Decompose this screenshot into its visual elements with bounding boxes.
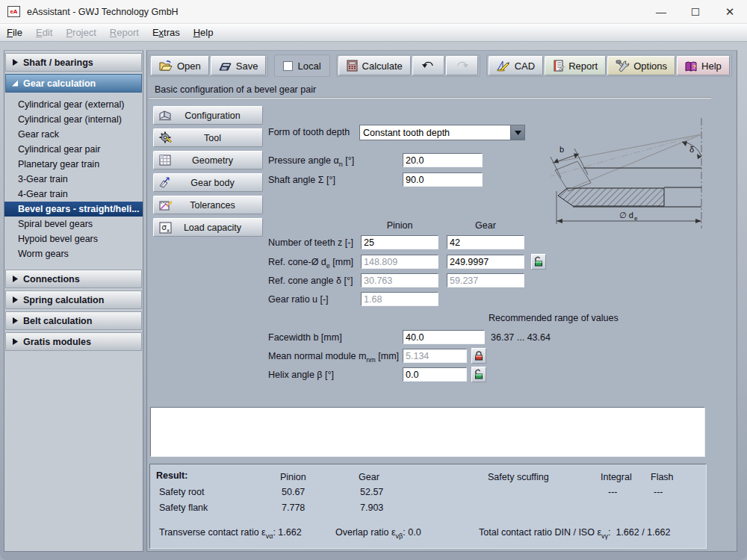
- scuffing-integral-value: ---: [608, 487, 618, 497]
- result-pinion-header: Pinion: [280, 472, 306, 482]
- safety-root-label: Safety root: [159, 487, 204, 497]
- sidebar-item-cylindrical-gear-external[interactable]: Cylindrical gear (external): [4, 97, 143, 112]
- helix-angle-input[interactable]: [403, 367, 467, 382]
- save-button[interactable]: Save: [211, 56, 267, 75]
- safety-flank-pinion-value: 7.778: [282, 503, 305, 513]
- sidebar-item-worm-gears[interactable]: Worm gears: [4, 246, 143, 261]
- sidebar-item-hypoid-bevel-gears[interactable]: Hypoid bevel gears: [4, 231, 143, 246]
- locked-icon: [474, 351, 483, 361]
- mean-module-lock-button[interactable]: [471, 348, 486, 364]
- integral-header: Integral: [601, 472, 632, 482]
- load-capacity-icon: σx: [157, 221, 173, 234]
- mean-module-label: Mean normal module mnm [mm]: [268, 351, 399, 364]
- transverse-contact-ratio: Transverse contact ratio εvα: 1.662: [159, 527, 302, 540]
- geometry-button[interactable]: Geometry: [153, 151, 263, 169]
- options-button[interactable]: Options: [607, 56, 675, 75]
- result-title: Result:: [156, 470, 187, 481]
- menu-extras[interactable]: Extras: [146, 25, 187, 40]
- close-button[interactable]: ✕: [713, 0, 747, 24]
- menu-project: Project: [59, 25, 102, 40]
- section-header: Basic configuration of a bevel gear pair: [149, 82, 711, 99]
- pressure-angle-label: Pressure angle αn [°]: [268, 155, 354, 168]
- redo-icon: [456, 61, 468, 70]
- gear-ratio-input: [361, 292, 438, 306]
- sidebar-section-connections[interactable]: Connections: [5, 270, 142, 288]
- app-icon: eA: [7, 6, 20, 17]
- shaft-angle-label: Shaft angle Σ [°]: [268, 175, 335, 185]
- cad-icon: [497, 60, 510, 72]
- cad-button[interactable]: CAD: [489, 56, 543, 75]
- configuration-icon: [157, 109, 173, 122]
- sidebar-item-3-gear-train[interactable]: 3-Gear train: [4, 172, 143, 187]
- sidebar-item-gear-rack[interactable]: Gear rack: [4, 127, 143, 142]
- toolbar: Open Save Local: [149, 54, 734, 78]
- chevron-right-icon: [12, 317, 18, 324]
- sidebar-item-cylindrical-gear-pair[interactable]: Cylindrical gear pair: [4, 142, 143, 157]
- sidebar-item-planetary-gear-train[interactable]: Planetary gear train: [4, 157, 143, 172]
- options-tools-icon: [616, 60, 629, 72]
- open-folder-icon: [159, 60, 173, 72]
- application-window: eA eAssistant - GWJ Technology GmbH — ☐ …: [0, 0, 747, 560]
- facewidth-label: Facewidth b [mm]: [268, 332, 342, 343]
- cone-diameter-lock-button[interactable]: [531, 254, 546, 270]
- local-checkbox[interactable]: [283, 61, 293, 71]
- tool-button[interactable]: Tool: [153, 128, 263, 147]
- maximize-button[interactable]: ☐: [678, 0, 713, 24]
- tooth-depth-label: Form of tooth depth: [268, 127, 350, 137]
- gear-body-icon: [157, 176, 173, 190]
- diagram-de-label: ∅ d: [619, 211, 633, 220]
- shaft-angle-input[interactable]: [403, 172, 483, 187]
- mean-module-input: [403, 349, 467, 363]
- sidebar-item-4-gear-train[interactable]: 4-Gear train: [4, 187, 143, 202]
- undo-button[interactable]: [412, 56, 444, 75]
- sidebar-section-shaft-bearings[interactable]: Shaft / bearings: [5, 53, 142, 72]
- facewidth-range-value: 36.37 ... 43.64: [491, 332, 551, 343]
- sidebar-section-belt-calculation[interactable]: Belt calculation: [5, 311, 142, 330]
- cone-diameter-gear-input[interactable]: [447, 255, 524, 269]
- undo-icon: [422, 61, 435, 70]
- gear-body-button[interactable]: Gear body: [153, 173, 263, 192]
- tool-icon: [157, 131, 173, 145]
- sidebar-item-bevel-gears[interactable]: Bevel gears - straight/heli...: [4, 202, 143, 217]
- pressure-angle-input[interactable]: [403, 153, 483, 167]
- calculate-button[interactable]: Calculate: [338, 56, 411, 75]
- title-bar: eA eAssistant - GWJ Technology GmbH — ☐ …: [0, 0, 747, 24]
- diagram-b-label: b: [560, 145, 564, 154]
- svg-text:?: ?: [692, 63, 696, 69]
- svg-text:x: x: [167, 228, 170, 234]
- recommended-range-label: Recommended range of values: [489, 313, 619, 323]
- sidebar-item-cylindrical-gear-internal[interactable]: Cylindrical gear (internal): [4, 112, 143, 127]
- calculator-icon: [347, 60, 358, 72]
- chevron-right-icon: [12, 276, 18, 282]
- dropdown-arrow-icon[interactable]: [510, 125, 524, 140]
- sidebar-section-spring-calculation[interactable]: Spring calculation: [5, 290, 142, 309]
- sidebar-section-gear-calculation[interactable]: Gear calculation: [5, 74, 142, 93]
- main-panel: Open Save Local: [146, 50, 737, 552]
- facewidth-input[interactable]: [403, 330, 485, 344]
- report-icon: [553, 60, 564, 72]
- helix-angle-lock-button[interactable]: [471, 367, 486, 382]
- teeth-pinion-input[interactable]: [361, 235, 438, 249]
- sidebar-item-spiral-bevel-gears[interactable]: Spiral bevel gears: [4, 217, 143, 231]
- tolerances-icon: [157, 199, 173, 212]
- open-button[interactable]: Open: [151, 56, 209, 75]
- geometry-icon: [157, 154, 173, 167]
- pinion-column-header: Pinion: [361, 220, 438, 231]
- minimize-button[interactable]: —: [644, 0, 678, 24]
- teeth-gear-input[interactable]: [447, 235, 524, 249]
- menu-help[interactable]: Help: [187, 25, 220, 40]
- scuffing-flash-value: ---: [654, 487, 663, 497]
- tooth-depth-select[interactable]: Constant tooth depth: [359, 125, 525, 140]
- tolerances-button[interactable]: Tolerances: [153, 196, 263, 214]
- menu-file[interactable]: File: [0, 25, 29, 40]
- helix-angle-label: Helix angle β [°]: [268, 370, 334, 380]
- bevel-gear-diagram: b δ ∅ d e: [551, 111, 710, 234]
- help-button[interactable]: ? Help: [677, 56, 730, 75]
- total-contact-ratio: Total contact ratio DIN / ISO εvγ: 1.662…: [479, 527, 670, 540]
- report-button[interactable]: Report: [545, 56, 606, 75]
- gear-ratio-label: Gear ratio u [-]: [268, 294, 329, 305]
- menu-report: Report: [103, 25, 146, 40]
- sidebar-section-gratis-modules[interactable]: Gratis modules: [5, 332, 142, 351]
- configuration-button[interactable]: Configuration: [153, 106, 263, 125]
- load-capacity-button[interactable]: σx Load capacity: [153, 218, 263, 237]
